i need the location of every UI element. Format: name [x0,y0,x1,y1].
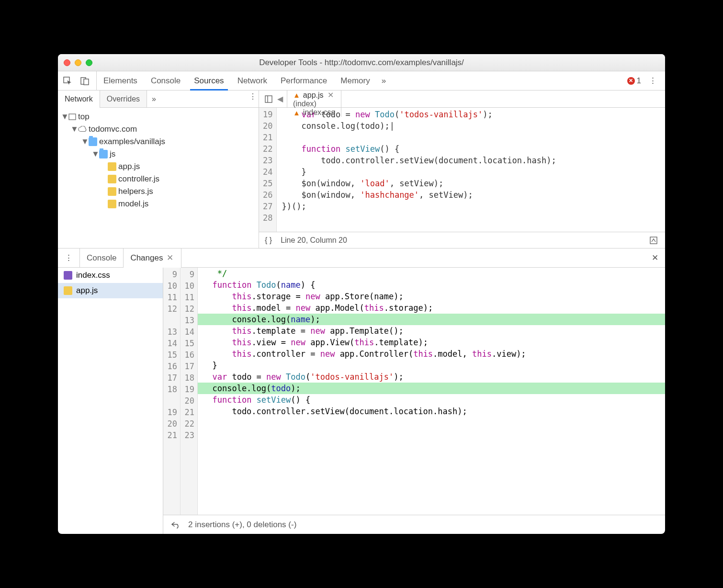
js-file-icon [64,286,72,295]
changes-statusbar: 2 insertions (+), 0 deletions (-) [163,515,665,534]
tree-folder-label: examples/vanillajs [99,137,165,147]
inspect-element-icon[interactable] [62,75,73,87]
devtools-window: Developer Tools - http://todomvc.com/exa… [58,54,665,534]
diff-gutter-old: 9 10 11 12 13 14 15 16 17 18 19 20 21 [163,268,181,515]
editor-statusbar: { } Line 20, Column 20 [259,232,665,248]
changes-file-list: index.cssapp.js [58,268,163,534]
window-title: Developer Tools - http://todomvc.com/exa… [58,58,665,68]
navigator-more-icon[interactable]: » [147,90,161,107]
main-tabs: ElementsConsoleSourcesNetworkPerformance… [58,71,665,90]
folder-icon [89,137,97,146]
js-file-icon [108,162,116,171]
main-tab-sources[interactable]: Sources [187,71,230,90]
css-file-icon [64,271,72,280]
main-tab-console[interactable]: Console [144,71,187,90]
warning-icon: ▲ [293,109,300,117]
svg-rect-3 [69,114,76,120]
main-tab-performance[interactable]: Performance [274,71,334,90]
tree-top[interactable]: ▼ top [60,111,257,123]
svg-rect-6 [650,237,657,244]
chevron-left-icon[interactable]: ◀ [277,94,283,103]
main-tab-network[interactable]: Network [231,71,274,90]
changes-file-label: app.js [76,286,98,295]
sources-navigator: Network Overrides » ⋮ ▼ top ▼ todomvc.co… [58,90,259,248]
tree-subfolder[interactable]: ▼ js [60,148,257,160]
js-file-icon [108,200,116,208]
coverage-icon[interactable] [648,235,659,246]
revert-icon[interactable] [170,519,181,531]
pretty-print-icon[interactable]: { } [265,236,272,245]
main-tab-memory[interactable]: Memory [334,71,376,90]
close-icon[interactable]: ✕ [327,90,335,100]
line-gutter: 19 20 21 22 23 24 25 26 27 28 [259,108,277,232]
navigator-tab-overrides[interactable]: Overrides [100,90,147,107]
changes-summary: 2 insertions (+), 0 deletions (-) [188,520,296,530]
warning-icon: ▲ [293,91,300,99]
tree-file-label: controller.js [118,174,159,184]
drawer-tab-changes-label: Changes [130,253,163,263]
editor-tab[interactable]: (index) [287,100,341,108]
code-content[interactable]: var todo = new Todo('todos-vanillajs'); … [277,108,665,232]
cursor-position: Line 20, Column 20 [281,236,347,245]
js-file-icon [108,187,116,196]
changes-file-item[interactable]: index.css [58,268,163,283]
drawer-menu-icon[interactable]: ⋮ [58,249,80,267]
settings-menu-icon[interactable]: ⋮ [647,75,658,87]
toggle-navigator-icon[interactable] [263,93,274,105]
editor-tab[interactable]: ▲index.css [287,108,341,117]
editor-tab[interactable]: ▲app.js✕ [287,90,341,100]
tree-folder[interactable]: ▼ examples/vanillajs [60,136,257,148]
error-count[interactable]: ✕ 1 [627,76,641,86]
drawer-tab-changes[interactable]: Changes ✕ [123,249,181,267]
drawer-tab-console[interactable]: Console [80,249,123,267]
tree-file[interactable]: helpers.js [60,185,257,198]
device-toolbar-icon[interactable] [79,75,90,87]
cloud-icon [78,126,87,133]
navigator-tab-network[interactable]: Network [58,90,100,107]
svg-rect-2 [84,79,89,85]
file-tree: ▼ top ▼ todomvc.com ▼ examples/vanillajs [58,108,259,248]
editor-tab-label: (index) [293,100,316,108]
svg-rect-4 [265,96,272,102]
editor-tabs: ◀ ▲app.js✕(index)▲index.css [259,90,665,108]
tree-file[interactable]: model.js [60,198,257,210]
tree-domain-label: todomvc.com [89,124,137,134]
editor-tab-label: index.css [303,108,335,117]
tree-file[interactable]: controller.js [60,173,257,185]
folder-icon [99,150,108,158]
tree-top-label: top [78,112,90,122]
diff-gutter-new: 9 10 11 12 13 14 15 16 17 18 19 20 21 22… [181,268,198,515]
drawer-close-icon[interactable]: ✕ [645,249,665,267]
main-tab-elements[interactable]: Elements [97,71,144,90]
titlebar: Developer Tools - http://todomvc.com/exa… [58,54,665,71]
diff-content[interactable]: */ function Todo(name) { this.storage = … [198,268,665,515]
error-icon: ✕ [627,77,635,85]
editor-tab-label: app.js [303,91,324,100]
tree-subfolder-label: js [110,149,115,159]
tree-file-label: model.js [118,199,148,209]
editor: ◀ ▲app.js✕(index)▲index.css 19 20 21 22 … [259,90,665,248]
tree-file-label: app.js [118,162,140,171]
navigator-menu-icon[interactable]: ⋮ [247,90,259,102]
js-file-icon [108,175,116,183]
toolbar-left [62,71,97,90]
tree-file-label: helpers.js [118,187,153,196]
close-icon[interactable]: ✕ [166,253,174,263]
more-tabs-icon[interactable]: » [377,71,391,90]
tree-file[interactable]: app.js [60,160,257,173]
changes-file-label: index.css [76,271,110,280]
tree-domain[interactable]: ▼ todomvc.com [60,123,257,136]
frame-icon [68,113,76,121]
drawer: ⋮ Console Changes ✕ ✕ index.cssapp.js 9 … [58,249,665,534]
changes-file-item[interactable]: app.js [58,283,163,298]
error-count-value: 1 [637,76,641,86]
